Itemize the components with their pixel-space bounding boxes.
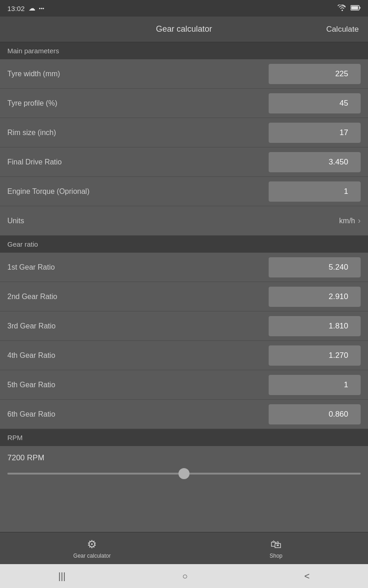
gear2-input[interactable] (269, 287, 361, 307)
svg-rect-1 (360, 7, 361, 9)
section-gear-ratio: Gear ratio (0, 236, 368, 253)
engine-torque-input[interactable] (269, 181, 361, 202)
gear2-label: 2nd Gear Ratio (7, 293, 58, 301)
header: Gear calculator Calculate (0, 17, 368, 42)
bottom-nav: ⚙ Gear calculator 🛍 Shop (0, 532, 368, 564)
param-row-rim-size: Rim size (inch) (0, 118, 368, 147)
gear6-label: 6th Gear Ratio (7, 410, 55, 418)
status-icons (338, 4, 361, 12)
param-row-tyre-profile: Tyre profile (%) (0, 89, 368, 118)
gear5-label: 5th Gear Ratio (7, 381, 55, 389)
system-home-button[interactable]: ○ (182, 571, 188, 582)
svg-rect-2 (351, 6, 358, 10)
wifi-icon (338, 5, 347, 12)
rpm-slider[interactable] (7, 473, 361, 475)
gear4-label: 4th Gear Ratio (7, 351, 55, 360)
final-drive-input[interactable] (269, 152, 361, 172)
param-row-gear3: 3rd Gear Ratio (0, 311, 368, 341)
gear5-input[interactable] (269, 375, 361, 395)
gear1-input[interactable] (269, 257, 361, 277)
engine-torque-label: Engine Torque (Oprional) (7, 187, 89, 196)
section-main-params: Main parameters (0, 42, 368, 59)
status-time: 13:02 (7, 5, 25, 12)
nav-gear-calculator[interactable]: ⚙ Gear calculator (0, 538, 184, 559)
tyre-profile-label: Tyre profile (%) (7, 99, 57, 107)
status-bar: 13:02 ☁ ••• (0, 0, 368, 17)
final-drive-label: Final Drive Ratio (7, 158, 62, 166)
section-rpm: RPM (0, 429, 368, 446)
nav-shop-label: Shop (270, 553, 282, 559)
section-main-params-label: Main parameters (7, 47, 59, 55)
param-row-gear4: 4th Gear Ratio (0, 341, 368, 370)
calculate-button[interactable]: Calculate (326, 25, 359, 34)
chevron-right-icon: › (358, 216, 361, 226)
tyre-width-input[interactable] (269, 64, 361, 84)
gear6-input[interactable] (269, 404, 361, 424)
tyre-width-label: Tyre width (mm) (7, 70, 60, 78)
nav-shop[interactable]: 🛍 Shop (184, 538, 368, 559)
units-row[interactable]: Units km/h › (0, 206, 368, 236)
nav-gear-calculator-label: Gear calculator (73, 553, 110, 559)
section-rpm-label: RPM (7, 434, 23, 441)
param-row-gear2: 2nd Gear Ratio (0, 282, 368, 311)
gear4-input[interactable] (269, 345, 361, 366)
units-label: Units (7, 217, 24, 225)
rim-size-label: Rim size (inch) (7, 129, 56, 137)
section-gear-ratio-label: Gear ratio (7, 240, 38, 248)
units-value-group[interactable]: km/h › (339, 216, 361, 226)
status-time-group: 13:02 ☁ ••• (7, 4, 44, 12)
param-row-tyre-width: Tyre width (mm) (0, 59, 368, 89)
system-back-button[interactable]: < (305, 571, 310, 582)
rpm-value: 7200 RPM (7, 453, 361, 463)
shop-icon: 🛍 (270, 538, 282, 551)
tyre-profile-input[interactable] (269, 93, 361, 113)
cloud-icon: ☁ (29, 4, 35, 12)
param-row-final-drive: Final Drive Ratio (0, 147, 368, 177)
header-title: Gear calculator (156, 24, 212, 34)
gear3-input[interactable] (269, 316, 361, 336)
param-row-gear1: 1st Gear Ratio (0, 253, 368, 282)
main-content: Main parameters Tyre width (mm) Tyre pro… (0, 42, 368, 532)
gear1-label: 1st Gear Ratio (7, 263, 55, 271)
rpm-slider-container (7, 468, 361, 484)
dots-icon: ••• (39, 6, 45, 11)
system-nav: ||| ○ < (0, 564, 368, 588)
units-value: km/h (339, 217, 355, 225)
param-row-gear5: 5th Gear Ratio (0, 370, 368, 400)
gear-calculator-icon: ⚙ (87, 538, 97, 551)
rim-size-input[interactable] (269, 123, 361, 143)
gear3-label: 3rd Gear Ratio (7, 322, 56, 330)
rpm-section: 7200 RPM (0, 446, 368, 487)
system-menu-button[interactable]: ||| (58, 571, 66, 582)
param-row-gear6: 6th Gear Ratio (0, 400, 368, 429)
param-row-engine-torque: Engine Torque (Oprional) (0, 177, 368, 206)
battery-icon (351, 4, 361, 12)
